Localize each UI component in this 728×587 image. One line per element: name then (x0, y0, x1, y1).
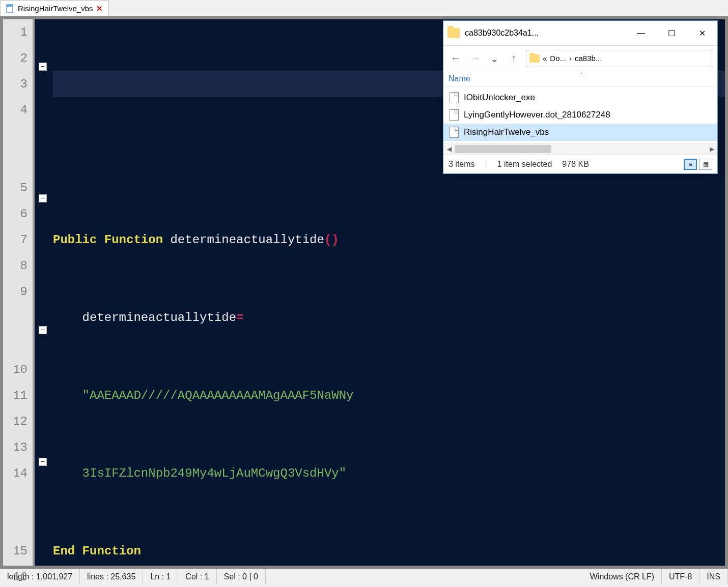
fold-toggle[interactable]: − (39, 326, 47, 334)
scrollbar-thumb[interactable] (455, 145, 551, 153)
fold-toggle[interactable]: − (39, 458, 47, 466)
fold-column: − − − − (35, 19, 51, 566)
code-line: Public Function determineactuallytide() (53, 227, 725, 253)
file-list: IObitUnlocker_exe LyingGentlyHowever.dot… (443, 87, 717, 143)
sort-indicator-icon: ˄ (580, 72, 583, 79)
file-icon (450, 127, 459, 138)
minimize-button[interactable]: — (626, 21, 656, 45)
tab-label: RisingHairTwelve_vbs (18, 4, 93, 13)
status-col: Col : 1 (178, 569, 216, 584)
code-line: End Function (53, 538, 725, 564)
details-view-button[interactable]: ≡ (684, 159, 697, 170)
breadcrumb[interactable]: ca83b... (575, 54, 602, 63)
address-bar[interactable]: « Do... › ca83b... (526, 50, 712, 67)
file-tab[interactable]: RisingHairTwelve_vbs ✕ (0, 1, 109, 16)
status-sel: Sel : 0 | 0 (217, 569, 266, 584)
forward-button[interactable]: → (468, 51, 482, 66)
explorer-titlebar[interactable]: ca83b930c2b34a1... — ☐ ✕ (443, 21, 717, 45)
breadcrumb-separator: « (543, 54, 547, 63)
status-size: 978 KB (562, 160, 589, 169)
tab-bar: RisingHairTwelve_vbs ✕ (0, 0, 728, 16)
status-lines: lines : 25,635 (80, 569, 143, 584)
folder-icon (529, 54, 540, 63)
fold-toggle[interactable]: − (39, 194, 47, 202)
scroll-right-arrow-icon[interactable]: ▶ (706, 143, 717, 155)
status-bar: length : 1,001,927 lines : 25,635 Ln : 1… (0, 569, 728, 584)
explorer-title: ca83b930c2b34a1... (465, 28, 626, 38)
list-item[interactable]: RisingHairTwelve_vbs (443, 124, 717, 141)
status-insert-mode[interactable]: INS (699, 569, 728, 584)
breadcrumb[interactable]: Do... (550, 54, 566, 63)
status-encoding[interactable]: UTF-8 (662, 569, 699, 584)
status-ln: Ln : 1 (143, 569, 178, 584)
svg-rect-1 (7, 5, 13, 7)
line-number-gutter: 1 2 3 4 5 6 7 8 9 10 11 12 13 14 15 16 1… (3, 19, 35, 566)
column-header[interactable]: Name ˄ (443, 71, 717, 87)
back-button[interactable]: ← (449, 51, 463, 66)
up-button[interactable]: ↑ (507, 51, 521, 66)
explorer-status: 3 items | 1 item selected 978 KB ≡ ▦ (443, 154, 717, 173)
file-icon (450, 92, 459, 103)
status-selected: 1 item selected (497, 160, 552, 169)
horizontal-scrollbar[interactable]: ◀ ▶ (443, 143, 717, 154)
maximize-button[interactable]: ☐ (656, 21, 687, 45)
status-eol[interactable]: Windows (CR LF) (583, 569, 662, 584)
list-item[interactable]: IObitUnlocker_exe (443, 89, 717, 106)
close-icon[interactable]: ✕ (96, 5, 103, 12)
fold-toggle[interactable]: − (39, 63, 47, 71)
file-icon (450, 109, 459, 121)
code-line: "AAEAAAD/////AQAAAAAAAAAMAgAAAF5NaWNy (53, 383, 725, 408)
explorer-window[interactable]: ca83b930c2b34a1... — ☐ ✕ ← → ⌄ ↑ « Do...… (443, 20, 718, 174)
list-item[interactable]: LyingGentlyHowever.dot_2810627248 (443, 106, 717, 124)
scroll-left-arrow-icon[interactable]: ◀ (443, 143, 455, 155)
code-line: determineactuallytide= (53, 305, 725, 331)
folder-icon (447, 28, 460, 38)
close-button[interactable]: ✕ (687, 21, 717, 45)
thumbnails-view-button[interactable]: ▦ (699, 159, 712, 170)
explorer-nav: ← → ⌄ ↑ « Do... › ca83b... (443, 45, 717, 71)
breadcrumb-separator: › (569, 54, 572, 63)
file-icon (6, 4, 15, 13)
code-line: 3IsIFZlcnNpb249My4wLjAuMCwgQ3VsdHVy" (53, 460, 725, 486)
status-item-count: 3 items (449, 160, 475, 169)
recent-locations-button[interactable]: ⌄ (487, 51, 501, 66)
